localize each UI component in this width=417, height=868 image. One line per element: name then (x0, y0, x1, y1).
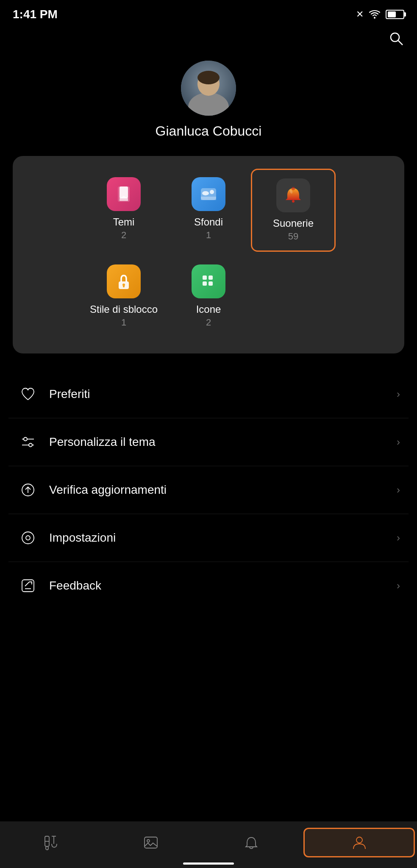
grid-item-sfondi[interactable]: Sfondi 1 (166, 169, 251, 252)
search-button[interactable] (387, 30, 404, 48)
svg-point-7 (197, 71, 220, 84)
personalizza-label: Personalizza il tema (49, 435, 397, 449)
grid-item-suonerie[interactable]: Suonerie 59 (251, 169, 336, 252)
sim-icon: ✕ (356, 9, 364, 20)
icone-label: Icone (196, 303, 221, 315)
status-time: 1:41 PM (13, 8, 58, 21)
brush-icon (41, 833, 60, 852)
svg-point-29 (24, 437, 27, 441)
upload-circle-icon (17, 479, 39, 501)
svg-point-13 (202, 191, 209, 195)
svg-point-30 (29, 443, 32, 447)
svg-rect-15 (201, 197, 216, 200)
impostazioni-label: Impostazioni (49, 531, 397, 545)
grid-item-icone[interactable]: Icone 2 (166, 256, 251, 337)
grid-item-sblocco[interactable]: Stile di sblocco 1 (81, 256, 166, 337)
feedback-label: Feedback (49, 579, 397, 593)
grid-row-1: Temi 2 Sfondi 1 (21, 169, 396, 252)
search-icon (387, 30, 404, 47)
icone-icon (192, 264, 225, 298)
home-indicator (183, 862, 234, 865)
menu-item-personalizza[interactable]: Personalizza il tema › (8, 418, 409, 466)
sblocco-icon (107, 264, 141, 298)
avatar[interactable] (181, 61, 236, 116)
svg-point-44 (147, 840, 150, 842)
personalizza-chevron: › (397, 436, 400, 448)
status-bar: 1:41 PM ✕ (0, 0, 417, 25)
menu-item-feedback[interactable]: Feedback › (8, 562, 409, 609)
menu-item-preferiti[interactable]: Preferiti › (8, 370, 409, 418)
bell-nav-icon (242, 833, 261, 852)
grid-item-temi[interactable]: Temi 2 (81, 169, 166, 252)
content-card: Temi 2 Sfondi 1 (13, 156, 404, 353)
edit-square-icon (17, 575, 39, 597)
menu-item-aggiornamenti[interactable]: Verifica aggiornamenti › (8, 466, 409, 514)
settings-circle-icon (17, 527, 39, 549)
suonerie-icon (276, 178, 310, 212)
sliders-icon (17, 431, 39, 453)
nav-item-profile[interactable] (303, 828, 415, 857)
svg-point-0 (374, 17, 375, 19)
suonerie-count: 59 (288, 231, 298, 242)
person-nav-icon (350, 833, 369, 852)
menu-item-impostazioni[interactable]: Impostazioni › (8, 514, 409, 562)
aggiornamenti-chevron: › (397, 484, 400, 496)
heart-icon (17, 383, 39, 405)
status-icons: ✕ (356, 9, 404, 20)
nav-item-themes[interactable] (0, 833, 100, 852)
aggiornamenti-label: Verifica aggiornamenti (49, 483, 397, 497)
feedback-chevron: › (397, 580, 400, 592)
svg-rect-23 (208, 275, 213, 280)
sblocco-label: Stile di sblocco (90, 303, 158, 315)
svg-rect-22 (203, 275, 207, 280)
impostazioni-chevron: › (397, 532, 400, 544)
preferiti-label: Preferiti (49, 387, 397, 401)
grid-row-2: Stile di sblocco 1 Icone 2 (21, 256, 396, 337)
battery-icon (386, 10, 404, 19)
svg-rect-21 (123, 285, 125, 287)
suonerie-label: Suonerie (273, 217, 314, 229)
menu-list: Preferiti › Personalizza il tema › Verif… (0, 366, 417, 614)
nav-item-bell[interactable] (201, 833, 301, 852)
svg-rect-43 (145, 837, 157, 848)
profile-section: Gianluca Cobucci (0, 52, 417, 152)
svg-point-33 (22, 532, 34, 544)
svg-line-36 (25, 582, 29, 586)
avatar-image (181, 61, 236, 116)
svg-point-1 (391, 33, 399, 42)
svg-point-14 (210, 190, 214, 194)
svg-rect-16 (292, 200, 295, 203)
image-icon (142, 833, 160, 852)
svg-rect-39 (46, 846, 48, 850)
sfondi-icon (192, 177, 225, 211)
icone-count: 2 (206, 317, 211, 328)
bottom-nav (0, 821, 417, 868)
svg-line-2 (398, 41, 403, 45)
wifi-icon (369, 10, 381, 19)
preferiti-chevron: › (397, 388, 400, 400)
svg-point-34 (26, 536, 30, 540)
search-area (0, 25, 417, 52)
temi-label: Temi (113, 216, 135, 228)
svg-point-17 (292, 187, 295, 190)
sblocco-count: 1 (121, 317, 126, 328)
sfondi-label: Sfondi (194, 216, 223, 228)
svg-rect-24 (203, 281, 207, 286)
temi-count: 2 (121, 230, 126, 241)
sfondi-count: 1 (206, 230, 211, 241)
username: Gianluca Cobucci (156, 123, 262, 139)
nav-item-gallery[interactable] (100, 833, 201, 852)
svg-rect-25 (208, 281, 213, 286)
temi-icon (107, 177, 141, 211)
svg-point-45 (356, 837, 362, 843)
